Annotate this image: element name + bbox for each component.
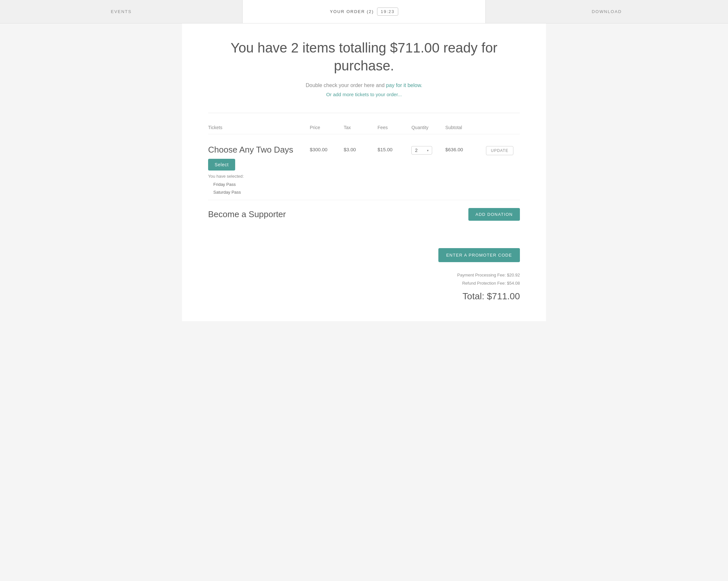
hero-title: You have 2 items totalling $711.00 ready… (208, 39, 520, 75)
nav-events-label: EVENTS (111, 9, 132, 14)
ticket-subtotal: $636.00 (445, 145, 486, 152)
order-total: Total: $711.00 (463, 291, 520, 301)
nav-events[interactable]: EVENTS (0, 0, 243, 23)
add-donation-button[interactable]: ADD DONATION (468, 208, 520, 221)
promoter-code-button[interactable]: ENTER A PROMOTER CODE (438, 248, 520, 262)
supporter-row: Become a Supporter ADD DONATION (208, 200, 520, 229)
supporter-name: Become a Supporter (208, 209, 286, 219)
nav-download-label: DOWNLOAD (592, 9, 622, 14)
main-content: You have 2 items totalling $711.00 ready… (182, 24, 546, 321)
quantity-select[interactable]: 2 ▾ (411, 146, 432, 155)
col-header-quantity: Quantity (411, 125, 445, 130)
select-button[interactable]: Select (208, 159, 235, 170)
selected-items: Friday Pass Saturday Pass (213, 181, 310, 196)
hero-subtitle: Double check your order here and pay for… (208, 82, 520, 88)
ticket-fees: $15.00 (378, 145, 412, 152)
col-header-subtotal: Subtotal (445, 125, 486, 130)
col-header-price: Price (310, 125, 344, 130)
add-more-link: Or add more tickets to your order... (208, 91, 520, 97)
order-table: Tickets Price Tax Fees Quantity Subtotal… (208, 125, 520, 229)
nav-timer: 19:23 (377, 7, 398, 16)
pay-link[interactable]: pay for it below. (386, 82, 422, 88)
subtitle-static: Double check your order here and (306, 82, 385, 88)
nav-your-order[interactable]: YOUR ORDER (2) 19:23 (243, 0, 485, 23)
col-header-fees: Fees (378, 125, 412, 130)
ticket-tax: $3.00 (344, 145, 378, 152)
chevron-down-icon: ▾ (427, 149, 428, 152)
quantity-value: 2 (415, 148, 417, 153)
nav-bar: EVENTS YOUR ORDER (2) 19:23 DOWNLOAD (0, 0, 728, 24)
ticket-price: $300.00 (310, 145, 344, 152)
ticket-qty-wrapper: 2 ▾ (411, 145, 445, 155)
selected-item-saturday: Saturday Pass (213, 188, 310, 196)
bottom-section: ENTER A PROMOTER CODE Payment Processing… (208, 242, 520, 301)
section-divider (208, 113, 520, 113)
ticket-action: UPDATE (486, 145, 520, 155)
selected-label: You have selected: (208, 174, 310, 179)
update-button[interactable]: UPDATE (486, 146, 513, 155)
add-more-anchor[interactable]: Or add more tickets to your order... (326, 91, 402, 97)
ticket-name: Choose Any Two Days (208, 145, 310, 155)
table-header: Tickets Price Tax Fees Quantity Subtotal (208, 125, 520, 134)
table-row: Choose Any Two Days Select You have sele… (208, 141, 520, 200)
nav-download[interactable]: DOWNLOAD (486, 0, 728, 23)
payment-processing-fee: Payment Processing Fee: $20.92 (457, 271, 520, 280)
selected-item-friday: Friday Pass (213, 181, 310, 188)
refund-protection-fee: Refund Protection Fee: $54.08 (457, 280, 520, 288)
nav-order-label: YOUR ORDER (2) (330, 9, 374, 14)
col-header-tickets: Tickets (208, 125, 310, 130)
col-header-tax: Tax (344, 125, 378, 130)
ticket-details: Choose Any Two Days Select You have sele… (208, 145, 310, 196)
fees-detail: Payment Processing Fee: $20.92 Refund Pr… (457, 271, 520, 287)
